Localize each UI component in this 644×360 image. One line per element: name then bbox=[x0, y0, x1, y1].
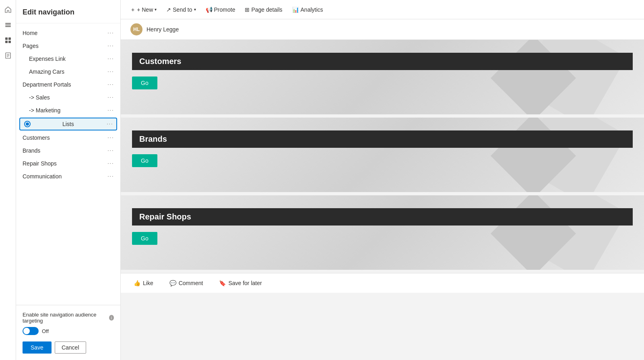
nav-item-label: Home bbox=[23, 30, 37, 36]
card-brands: Brands Go bbox=[121, 118, 644, 192]
main-area: + + New ▾ ↗ Send to ▾ 📢 Promote ⊞ Page d… bbox=[121, 0, 644, 360]
svg-rect-6 bbox=[8, 41, 11, 43]
nav-item-more-icon[interactable]: ··· bbox=[107, 55, 114, 62]
megaphone-icon: 📢 bbox=[206, 6, 213, 13]
chevron-down-icon: ▾ bbox=[155, 7, 157, 12]
cards-area: Customers Go Brands Go Repair Shops Go bbox=[121, 40, 644, 270]
svg-rect-5 bbox=[5, 41, 8, 43]
nav-item-expenses-link[interactable]: Expenses Link··· bbox=[16, 52, 120, 65]
nav-item-home[interactable]: Home··· bbox=[16, 27, 120, 39]
nav-item-label: Customers bbox=[23, 134, 50, 141]
nav-item-label: -> Marketing bbox=[29, 107, 60, 114]
like-button[interactable]: 👍 Like bbox=[130, 278, 157, 288]
user-name: Henry Legge bbox=[147, 26, 179, 33]
nav-item-sales[interactable]: -> Sales··· bbox=[16, 91, 120, 104]
nav-item-more-icon[interactable]: ··· bbox=[107, 147, 114, 154]
analytics-icon: 📊 bbox=[292, 6, 299, 13]
page-details-button[interactable]: ⊞ Page details bbox=[241, 4, 286, 15]
nav-item-more-icon[interactable]: ··· bbox=[107, 29, 114, 37]
toolbar: + + New ▾ ↗ Send to ▾ 📢 Promote ⊞ Page d… bbox=[121, 0, 644, 19]
card-content: Customers Go bbox=[121, 40, 644, 102]
details-icon: ⊞ bbox=[245, 6, 250, 13]
send-to-button[interactable]: ↗ Send to ▾ bbox=[162, 4, 200, 15]
nav-item-label: -> Sales bbox=[29, 94, 50, 101]
svg-rect-2 bbox=[5, 26, 11, 27]
svg-rect-0 bbox=[5, 23, 11, 24]
audience-targeting-label: Enable site navigation audience targetin… bbox=[23, 312, 114, 324]
nav-item-more-icon[interactable]: ··· bbox=[107, 81, 114, 88]
cancel-button[interactable]: Cancel bbox=[55, 341, 86, 354]
nav-item-more-icon[interactable]: ··· bbox=[107, 120, 113, 128]
apps-icon[interactable] bbox=[2, 34, 14, 47]
nav-item-more-icon[interactable]: ··· bbox=[107, 94, 114, 101]
nav-item-brands[interactable]: Brands··· bbox=[16, 144, 120, 157]
nav-item-lists[interactable]: Lists··· bbox=[19, 118, 117, 130]
save-button[interactable]: Save bbox=[23, 341, 52, 354]
nav-item-label: Amazing Cars bbox=[29, 68, 64, 75]
nav-item-more-icon[interactable]: ··· bbox=[107, 173, 114, 180]
like-icon: 👍 bbox=[134, 280, 140, 286]
nav-item-label: Repair Shops bbox=[23, 160, 57, 167]
card-title-repair-shops: Repair Shops bbox=[132, 208, 633, 226]
nav-item-more-icon[interactable]: ··· bbox=[107, 42, 114, 50]
card-go-button-brands[interactable]: Go bbox=[132, 154, 157, 167]
card-go-button-repair-shops[interactable]: Go bbox=[132, 232, 157, 245]
send-icon: ↗ bbox=[166, 6, 171, 13]
drag-handle[interactable] bbox=[25, 122, 30, 126]
new-button[interactable]: + + New ▾ bbox=[127, 4, 161, 15]
card-title-brands: Brands bbox=[132, 130, 633, 148]
svg-rect-4 bbox=[8, 37, 11, 40]
chevron-down-icon-2: ▾ bbox=[194, 7, 196, 12]
nav-panel: Edit navigation Home···Pages···Expenses … bbox=[16, 0, 121, 360]
nav-item-dept-portals[interactable]: Department Portals··· bbox=[16, 78, 120, 91]
card-title-customers: Customers bbox=[132, 53, 633, 70]
nav-item-label: Expenses Link bbox=[29, 56, 66, 62]
plus-icon: + bbox=[131, 6, 134, 13]
bookmark-icon: 🔖 bbox=[219, 280, 226, 286]
action-buttons: Save Cancel bbox=[23, 341, 114, 354]
promote-button[interactable]: 📢 Promote bbox=[202, 4, 239, 15]
svg-rect-1 bbox=[5, 25, 11, 25]
nav-item-amazing-cars[interactable]: Amazing Cars··· bbox=[16, 65, 120, 78]
card-customers: Customers Go bbox=[121, 40, 644, 114]
nav-item-more-icon[interactable]: ··· bbox=[107, 107, 114, 114]
comment-icon: 💬 bbox=[169, 280, 176, 286]
pages-icon[interactable] bbox=[2, 49, 14, 62]
nav-item-customers[interactable]: Customers··· bbox=[16, 131, 120, 144]
audience-toggle[interactable] bbox=[23, 327, 39, 335]
save-for-later-button[interactable]: 🔖 Save for later bbox=[216, 278, 265, 288]
home-icon[interactable] bbox=[2, 3, 14, 16]
nav-item-label: Communication bbox=[23, 173, 62, 180]
nav-item-more-icon[interactable]: ··· bbox=[107, 68, 114, 75]
nav-item-label: Lists bbox=[62, 121, 74, 127]
info-icon: i bbox=[109, 315, 114, 321]
nav-item-label: Brands bbox=[23, 147, 40, 154]
nav-item-more-icon[interactable]: ··· bbox=[107, 160, 114, 167]
toggle-knob bbox=[23, 328, 30, 334]
nav-bottom: Enable site navigation audience targetin… bbox=[16, 305, 120, 360]
toggle-row: Off bbox=[23, 327, 114, 335]
card-go-button-customers[interactable]: Go bbox=[132, 77, 157, 89]
analytics-button[interactable]: 📊 Analytics bbox=[288, 4, 327, 15]
content-scroll: HL Henry Legge Customers Go Brands Go Re… bbox=[121, 19, 644, 360]
nav-panel-title: Edit navigation bbox=[16, 0, 120, 23]
avatar: HL bbox=[130, 23, 142, 35]
svg-rect-3 bbox=[5, 37, 8, 40]
nav-item-label: Pages bbox=[23, 43, 39, 49]
user-bar: HL Henry Legge bbox=[121, 19, 644, 40]
nav-item-label: Department Portals bbox=[23, 81, 71, 88]
nav-icon[interactable] bbox=[2, 19, 14, 31]
icon-rail bbox=[0, 0, 16, 360]
nav-item-repair-shops[interactable]: Repair Shops··· bbox=[16, 157, 120, 170]
toggle-state-label: Off bbox=[42, 328, 49, 334]
nav-list: Home···Pages···Expenses Link···Amazing C… bbox=[16, 23, 120, 305]
nav-item-more-icon[interactable]: ··· bbox=[107, 134, 114, 141]
card-repair-shops: Repair Shops Go bbox=[121, 195, 644, 270]
card-content: Brands Go bbox=[121, 118, 644, 180]
comment-button[interactable]: 💬 Comment bbox=[166, 278, 206, 288]
nav-item-communication[interactable]: Communication··· bbox=[16, 170, 120, 183]
card-content: Repair Shops Go bbox=[121, 195, 644, 258]
nav-item-pages[interactable]: Pages··· bbox=[16, 39, 120, 52]
bottom-actions: 👍 Like 💬 Comment 🔖 Save for later bbox=[121, 273, 644, 293]
nav-item-marketing[interactable]: -> Marketing··· bbox=[16, 104, 120, 117]
